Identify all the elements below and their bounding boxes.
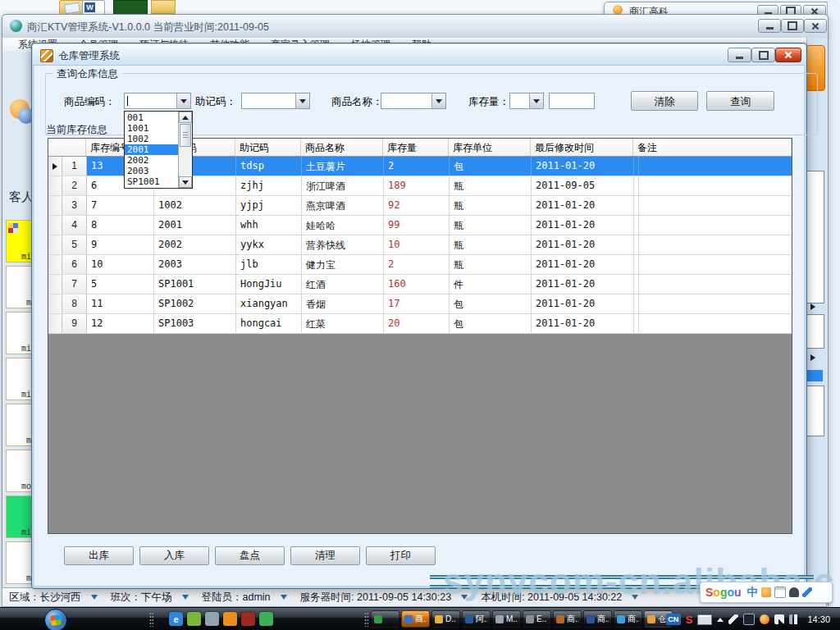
cell-stock-id[interactable]: 7: [87, 196, 154, 215]
cell-mnemonic[interactable]: whh: [236, 216, 302, 235]
chart-icon[interactable]: [223, 612, 237, 626]
cell-product-code[interactable]: SP1001: [154, 275, 236, 294]
cell-quantity[interactable]: 160: [384, 275, 450, 294]
cell-remark[interactable]: [634, 157, 639, 176]
query-button[interactable]: 查询: [706, 91, 774, 111]
product-name-combobox[interactable]: [381, 93, 446, 109]
sogou-ime-bar[interactable]: Sogou 中: [700, 582, 833, 603]
room-tile[interactable]: mo: [6, 450, 34, 492]
table-row[interactable]: 6 10 2003 jlb 健力宝 2 瓶 2011-01-20: [48, 255, 792, 275]
room-tile[interactable]: m: [6, 541, 34, 584]
cell-modified-date[interactable]: 2011-01-20: [532, 157, 634, 176]
row-selector[interactable]: [48, 294, 62, 313]
cell-remark[interactable]: [634, 275, 639, 294]
cn-language-icon[interactable]: CN: [666, 614, 681, 625]
cell-remark[interactable]: [634, 176, 639, 195]
action-button[interactable]: 清理: [290, 546, 360, 565]
action-button[interactable]: 入库: [139, 546, 209, 565]
wrench-icon[interactable]: [802, 587, 812, 597]
row-selector[interactable]: [48, 314, 62, 333]
cell-remark[interactable]: [634, 255, 639, 274]
grid-header-cell[interactable]: 库存量: [383, 139, 449, 156]
taskbar-button[interactable]: 商..: [401, 610, 430, 628]
cell-modified-date[interactable]: 2011-09-05: [532, 176, 634, 195]
cell-mnemonic[interactable]: HongJiu: [236, 275, 302, 294]
main-title-bar[interactable]: 商汇KTV管理系统-V1.0.0.0 当前营业时间:2011-09-05: [2, 15, 828, 39]
right-arrow-icon[interactable]: [810, 304, 815, 310]
chevron-down-icon[interactable]: [295, 94, 309, 108]
firefox-icon[interactable]: [760, 614, 769, 624]
room-tile[interactable]: mi: [6, 220, 34, 262]
product-code-combobox[interactable]: [124, 93, 191, 109]
taskbar-button[interactable]: M..: [492, 610, 521, 628]
start-button[interactable]: [44, 609, 67, 630]
cell-remark[interactable]: [634, 235, 639, 254]
cell-stock-id[interactable]: 5: [87, 275, 154, 294]
cell-quantity[interactable]: 2: [384, 255, 450, 274]
network-icon[interactable]: [789, 614, 799, 624]
cell-mnemonic[interactable]: xiangyan: [236, 294, 302, 313]
cell-product-name[interactable]: 娃哈哈: [302, 216, 384, 235]
action-button[interactable]: 出库: [64, 546, 134, 565]
clock[interactable]: 14:30: [807, 614, 830, 624]
cell-unit[interactable]: 瓶: [450, 216, 532, 235]
dropdown-scrollbar[interactable]: [178, 112, 192, 188]
row-selector[interactable]: [48, 196, 62, 215]
cell-stock-id[interactable]: 11: [87, 294, 154, 313]
dropdown-item[interactable]: SP1001: [125, 176, 178, 187]
maximize-button[interactable]: [751, 48, 775, 62]
stock-operator-combobox[interactable]: [509, 93, 544, 109]
cell-quantity[interactable]: 189: [384, 176, 450, 195]
taskbar-button[interactable]: 商..: [614, 610, 642, 628]
cell-stock-id[interactable]: 10: [87, 255, 154, 274]
word-document-icon[interactable]: W: [82, 0, 105, 15]
dropdown-item[interactable]: 1002: [125, 134, 178, 144]
cell-product-code[interactable]: 2002: [154, 235, 236, 254]
cell-product-name[interactable]: 香烟: [302, 294, 384, 313]
cell-stock-id[interactable]: 8: [87, 216, 154, 235]
cell-quantity[interactable]: 17: [384, 294, 450, 313]
cell-mnemonic[interactable]: zjhj: [236, 176, 302, 195]
cell-product-code[interactable]: 1002: [154, 196, 236, 215]
table-row[interactable]: 3 7 1002 yjpj 燕京啤酒 92 瓶 2011-01-20: [48, 196, 792, 216]
chevron-down-icon[interactable]: [529, 94, 543, 108]
guest-button[interactable]: 客人: [9, 189, 34, 205]
maximize-button[interactable]: [781, 19, 804, 33]
chevron-down-icon[interactable]: [176, 94, 190, 108]
grid-header-cell[interactable]: 助记码: [235, 139, 301, 156]
close-button[interactable]: [775, 48, 801, 62]
clear-button[interactable]: 清除: [631, 91, 698, 111]
row-selector[interactable]: [48, 255, 62, 274]
cell-modified-date[interactable]: 2011-01-20: [532, 196, 634, 215]
cell-mnemonic[interactable]: hongcai: [236, 314, 302, 333]
minimize-button[interactable]: [728, 48, 751, 62]
cell-product-name[interactable]: 燕京啤酒: [302, 196, 384, 215]
cell-unit[interactable]: 瓶: [450, 235, 532, 254]
table-row[interactable]: 8 11 SP1002 xiangyan 香烟 17 包 2011-01-20: [48, 294, 792, 314]
taskbar-button[interactable]: [371, 610, 399, 628]
sogou-tray-icon[interactable]: S: [686, 614, 693, 626]
display-icon[interactable]: [743, 614, 755, 625]
taskbar-button[interactable]: 商..: [583, 610, 612, 628]
cell-product-code[interactable]: 2001: [154, 216, 236, 235]
table-row[interactable]: 7 5 SP1001 HongJiu 红酒 160 件 2011-01-20: [48, 275, 792, 294]
cell-stock-id[interactable]: 9: [87, 235, 154, 254]
dropdown-item[interactable]: 2003: [125, 166, 178, 176]
table-row[interactable]: 4 8 2001 whh 娃哈哈 99 瓶 2011-01-20: [48, 216, 792, 235]
scroll-up-icon[interactable]: [179, 112, 192, 123]
scroll-down-icon[interactable]: [179, 176, 192, 188]
room-tile[interactable]: m: [6, 404, 34, 446]
cell-stock-id[interactable]: 12: [87, 314, 154, 333]
ime-account-icon[interactable]: [789, 587, 799, 597]
cell-modified-date[interactable]: 2011-01-20: [532, 294, 634, 313]
cell-modified-date[interactable]: 2011-01-20: [532, 216, 634, 235]
cell-quantity[interactable]: 92: [384, 196, 450, 215]
cell-modified-date[interactable]: 2011-01-20: [532, 255, 634, 274]
cell-product-name[interactable]: 红菜: [302, 314, 384, 333]
taskbar-button[interactable]: D..: [431, 610, 460, 628]
cell-mnemonic[interactable]: tdsp: [236, 157, 302, 176]
dropdown-item[interactable]: 2001: [125, 144, 178, 155]
cell-modified-date[interactable]: 2011-01-20: [532, 275, 634, 294]
window-icon[interactable]: [205, 612, 219, 626]
cell-remark[interactable]: [634, 294, 639, 313]
